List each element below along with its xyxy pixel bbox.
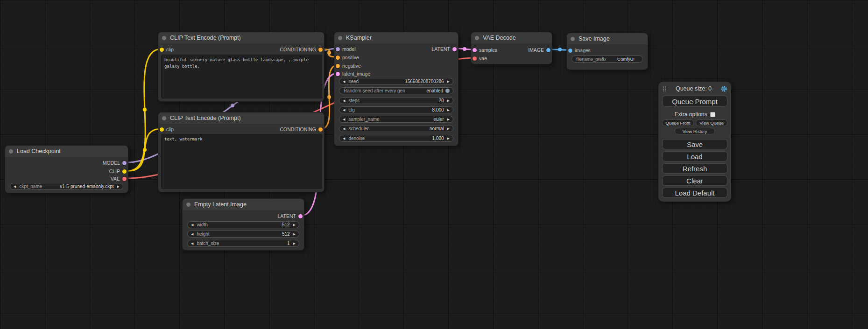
widget-value: ComfyUI [617,56,635,62]
queue-front-button[interactable]: Queue Front [662,119,694,126]
save-button[interactable]: Save [662,139,727,149]
collapse-dot-icon[interactable] [571,37,575,41]
widget-value: enabled [426,88,443,93]
collapse-dot-icon[interactable] [162,36,166,40]
sampler-name-widget[interactable]: ◀ sampler_name euler ▶ [339,116,453,123]
conditioning-output-port[interactable] [318,48,323,52]
refresh-button[interactable]: Refresh [662,163,727,174]
toggle-on-dot[interactable] [445,89,450,93]
output-vae: VAE [111,175,128,182]
seed-widget[interactable]: ◀ seed 156680208700286 ▶ [339,78,453,85]
increment-arrow-icon[interactable]: ▶ [293,232,296,236]
node-ksampler[interactable]: KSampler model positive negative latent_… [334,32,459,146]
collapse-dot-icon[interactable] [162,116,166,120]
decrement-arrow-icon[interactable]: ◀ [343,80,345,83]
load-button[interactable]: Load [662,151,727,161]
model-input-port[interactable] [336,47,340,51]
next-value-arrow-icon[interactable]: ▶ [117,185,120,188]
random-seed-toggle[interactable]: Random seed after every gen enabled [339,87,453,94]
filename-prefix-widget[interactable]: filename_prefix ComfyUI [572,56,643,63]
height-widget[interactable]: ◀ height 512 ▶ [187,231,299,238]
drag-handle-icon[interactable] [662,85,667,92]
input-clip: clip [158,46,174,53]
node-title-bar[interactable]: Load Checkpoint [5,146,128,157]
node-title-bar[interactable]: Save Image [567,33,648,44]
image-output-port[interactable] [546,48,550,52]
steps-widget[interactable]: ◀ steps 20 ▶ [339,97,453,104]
latent-output-port[interactable] [452,47,457,51]
port-label: CONDITIONING [280,126,316,132]
node-empty-latent-image[interactable]: Empty Latent Image LATENT ◀ width 512 ▶ … [182,198,304,251]
output-image: IMAGE [528,47,552,53]
node-title-bar[interactable]: VAE Decode [471,32,552,43]
increment-arrow-icon[interactable]: ▶ [293,242,296,245]
denoise-widget[interactable]: ◀ denoise 1.000 ▶ [339,135,453,142]
node-title-bar[interactable]: KSampler [334,32,458,43]
next-value-arrow-icon[interactable]: ▶ [447,127,450,130]
extra-options-label: Extra options [674,111,707,118]
collapse-dot-icon[interactable] [475,36,479,40]
collapse-dot-icon[interactable] [338,36,342,40]
prev-value-arrow-icon[interactable]: ◀ [14,185,16,188]
decrement-arrow-icon[interactable]: ◀ [191,232,193,236]
load-default-button[interactable]: Load Default [662,188,727,198]
ckpt-name-widget[interactable]: ◀ ckpt_name v1-5-pruned-emaonly.ckpt ▶ [10,183,123,190]
prev-value-arrow-icon[interactable]: ◀ [343,118,345,121]
increment-arrow-icon[interactable]: ▶ [447,80,450,83]
latent-image-input-port[interactable] [336,72,340,76]
positive-prompt-textarea[interactable]: beautiful scenery nature glass bottle la… [161,55,322,98]
clear-button[interactable]: Clear [662,175,727,186]
increment-arrow-icon[interactable]: ▶ [447,137,450,140]
node-save-image[interactable]: Save Image images filename_prefix ComfyU… [566,33,648,70]
decrement-arrow-icon[interactable]: ◀ [343,99,345,102]
width-widget[interactable]: ◀ width 512 ▶ [187,221,299,228]
negative-prompt-textarea[interactable]: text, watermark [161,134,322,189]
extra-options-checkbox[interactable] [710,112,715,117]
view-history-button[interactable]: View History [675,128,715,134]
samples-input-port[interactable] [473,48,477,52]
decrement-arrow-icon[interactable]: ◀ [343,108,345,112]
increment-arrow-icon[interactable]: ▶ [447,108,450,112]
model-output-port[interactable] [122,161,127,165]
node-clip-text-encode-negative[interactable]: CLIP Text Encode (Prompt) clip CONDITION… [158,112,325,192]
port-label: VAE [111,176,120,182]
node-clip-text-encode-positive[interactable]: CLIP Text Encode (Prompt) clip CONDITION… [158,32,325,102]
queue-prompt-button[interactable]: Queue Prompt [662,96,727,107]
collapse-dot-icon[interactable] [9,149,13,154]
batch-size-widget[interactable]: ◀ batch_size 1 ▶ [187,240,299,247]
node-load-checkpoint[interactable]: Load Checkpoint MODEL CLIP VAE ◀ ckpt_na… [5,145,128,193]
settings-gear-icon[interactable] [720,85,727,92]
wire-midpoint-dot [231,104,234,107]
cfg-widget[interactable]: ◀ cfg 8.000 ▶ [339,106,453,113]
node-vae-decode[interactable]: VAE Decode samples vae IMAGE [471,32,552,64]
widget-value: 8.000 [432,107,444,112]
decrement-arrow-icon[interactable]: ◀ [191,242,193,245]
scheduler-widget[interactable]: ◀ scheduler normal ▶ [339,125,453,132]
vae-input-port[interactable] [473,56,477,61]
clip-input-port[interactable] [160,127,164,132]
node-title: Empty Latent Image [194,201,247,208]
output-conditioning: CONDITIONING [280,126,324,133]
positive-input-port[interactable] [336,56,340,60]
clip-input-port[interactable] [160,48,164,52]
widget-name: Random seed after every gen [344,88,405,93]
latent-output-port[interactable] [298,214,303,218]
images-input-port[interactable] [568,49,572,53]
decrement-arrow-icon[interactable]: ◀ [343,137,345,140]
prev-value-arrow-icon[interactable]: ◀ [343,127,345,130]
widget-name: denoise [348,136,365,141]
increment-arrow-icon[interactable]: ▶ [293,223,296,226]
decrement-arrow-icon[interactable]: ◀ [191,223,193,226]
increment-arrow-icon[interactable]: ▶ [447,99,450,102]
conditioning-output-port[interactable] [318,127,323,132]
node-title-bar[interactable]: CLIP Text Encode (Prompt) [158,112,324,124]
view-queue-button[interactable]: View Queue [696,119,727,126]
vae-output-port[interactable] [122,177,127,181]
negative-input-port[interactable] [336,64,340,68]
next-value-arrow-icon[interactable]: ▶ [447,118,450,121]
graph-canvas[interactable]: Load Checkpoint MODEL CLIP VAE ◀ ckpt_na… [0,0,868,329]
collapse-dot-icon[interactable] [186,203,191,207]
clip-output-port[interactable] [122,169,127,174]
node-title-bar[interactable]: CLIP Text Encode (Prompt) [158,32,324,43]
node-title-bar[interactable]: Empty Latent Image [183,199,304,210]
